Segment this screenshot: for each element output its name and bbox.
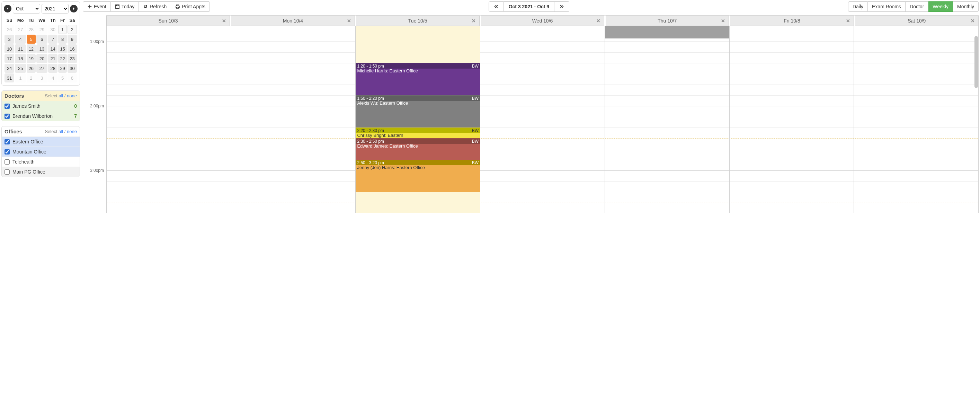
mini-cal-day[interactable]: 15 (58, 44, 67, 53)
mini-cal-day[interactable]: 8 (58, 35, 67, 44)
mini-cal-day[interactable]: 12 (27, 44, 35, 53)
mini-cal-day[interactable]: 26 (5, 25, 14, 34)
view-doctor-button[interactable]: Doctor (905, 2, 928, 12)
next-month-button[interactable] (70, 5, 78, 13)
vertical-scrollbar[interactable] (974, 36, 978, 88)
date-range-button[interactable]: Oct 3 2021 - Oct 9 (504, 2, 555, 12)
view-daily-button[interactable]: Daily (848, 2, 868, 12)
mini-cal-day[interactable]: 31 (5, 73, 14, 83)
mini-cal-day[interactable]: 16 (67, 44, 77, 53)
offices-select-all[interactable]: all (59, 129, 63, 134)
year-select[interactable]: 2021 (41, 4, 69, 13)
mini-cal-day[interactable]: 3 (37, 73, 48, 83)
mini-cal-day[interactable]: 20 (37, 54, 48, 63)
day-column-header[interactable]: Wed 10/6 ✕ (481, 16, 604, 26)
close-day-icon[interactable]: ✕ (472, 18, 476, 24)
mini-cal-day[interactable]: 6 (37, 35, 48, 44)
close-day-icon[interactable]: ✕ (846, 18, 850, 24)
office-checkbox[interactable] (5, 169, 10, 175)
mini-cal-day[interactable]: 19 (27, 54, 35, 63)
doctors-select-all[interactable]: all (59, 93, 63, 98)
mini-cal-day[interactable]: 5 (27, 35, 35, 44)
next-week-button[interactable] (554, 2, 569, 12)
mini-cal-day[interactable]: 29 (58, 64, 67, 73)
mini-cal-day[interactable]: 21 (48, 54, 57, 63)
appointment[interactable]: 1:50 - 2:20 pmBW Alexis Wu: Eastern Offi… (356, 95, 480, 128)
close-day-icon[interactable]: ✕ (970, 18, 975, 24)
day-column-header[interactable]: Sun 10/3 ✕ (106, 16, 230, 26)
doctors-filter-panel: Doctors Select all / none James Smith 0 … (2, 91, 80, 121)
prev-month-button[interactable] (4, 5, 11, 13)
day-column-header[interactable]: Thu 10/7 ✕ (606, 16, 729, 26)
month-select[interactable]: Oct (13, 4, 40, 13)
mini-cal-day[interactable]: 4 (15, 35, 26, 44)
mini-cal-day[interactable]: 2 (67, 25, 77, 34)
mini-cal-day[interactable]: 17 (5, 54, 14, 63)
view-exam-rooms-button[interactable]: Exam Rooms (868, 2, 905, 12)
day-column-header[interactable]: Tue 10/5 ✕ (356, 16, 480, 26)
mini-cal-day[interactable]: 4 (48, 73, 57, 83)
mini-cal-day[interactable]: 6 (67, 73, 77, 83)
mini-cal-day[interactable]: 7 (48, 35, 57, 44)
event-button[interactable]: Event (83, 2, 111, 12)
doctors-select-none[interactable]: none (67, 93, 77, 98)
close-day-icon[interactable]: ✕ (721, 18, 725, 24)
mini-cal-day[interactable]: 27 (15, 25, 26, 34)
appointment[interactable]: 2:30 - 2:50 pmBW Edward James: Eastern O… (356, 138, 480, 160)
mini-cal-day[interactable]: 13 (37, 44, 48, 53)
day-column[interactable]: 1:20 - 1:50 pmBW Michelle Harris: Easter… (355, 26, 480, 213)
mini-cal-day[interactable]: 30 (48, 25, 57, 34)
day-column[interactable] (854, 26, 978, 213)
appointment[interactable]: 2:20 - 2:30 pmBW Chrissy Bright: Eastern (356, 128, 480, 138)
close-day-icon[interactable]: ✕ (596, 18, 600, 24)
mini-cal-day[interactable]: 23 (67, 54, 77, 63)
mini-cal-day[interactable]: 28 (27, 25, 35, 34)
mini-cal-day[interactable]: 3 (5, 35, 14, 44)
view-weekly-button[interactable]: Weekly (928, 2, 953, 12)
mini-cal-day[interactable]: 27 (37, 64, 48, 73)
mini-cal-day[interactable]: 22 (58, 54, 67, 63)
close-day-icon[interactable]: ✕ (347, 18, 351, 24)
office-checkbox[interactable] (5, 139, 10, 145)
office-checkbox[interactable] (5, 159, 10, 164)
doctor-name: Brendan Wilberton (13, 113, 72, 119)
offices-title: Offices (5, 129, 22, 134)
doctor-checkbox[interactable] (5, 114, 10, 119)
weekday-header: Mo (15, 16, 26, 24)
mini-cal-day[interactable]: 2 (27, 73, 35, 83)
offices-select-none[interactable]: none (67, 129, 77, 134)
mini-cal-day[interactable]: 28 (48, 64, 57, 73)
mini-cal-day[interactable]: 10 (5, 44, 14, 53)
mini-cal-day[interactable]: 14 (48, 44, 57, 53)
mini-cal-day[interactable]: 1 (58, 25, 67, 34)
mini-cal-day[interactable]: 5 (58, 73, 67, 83)
mini-cal-day[interactable]: 9 (67, 35, 77, 44)
appointment[interactable]: 1:20 - 1:50 pmBW Michelle Harris: Easter… (356, 63, 480, 95)
day-column[interactable] (729, 26, 854, 213)
day-column[interactable] (106, 26, 231, 213)
day-column[interactable] (231, 26, 356, 213)
mini-cal-day[interactable]: 25 (15, 64, 26, 73)
mini-cal-day[interactable]: 18 (15, 54, 26, 63)
day-column[interactable] (480, 26, 605, 213)
mini-cal-day[interactable]: 29 (37, 25, 48, 34)
day-column-header[interactable]: Sat 10/9 ✕ (855, 16, 978, 26)
mini-cal-day[interactable]: 30 (67, 64, 77, 73)
office-name: Telehealth (13, 159, 77, 164)
print-button[interactable]: Print Appts (171, 2, 210, 12)
mini-cal-day[interactable]: 24 (5, 64, 14, 73)
appointment[interactable]: 2:50 - 3:20 pmBW Jenny (Jen) Harris: Eas… (356, 160, 480, 192)
day-column-header[interactable]: Mon 10/4 ✕ (231, 16, 355, 26)
mini-cal-day[interactable]: 26 (27, 64, 35, 73)
day-column-header[interactable]: Fri 10/8 ✕ (730, 16, 854, 26)
day-column[interactable] (605, 26, 729, 213)
view-monthly-button[interactable]: Monthly (953, 2, 978, 12)
close-day-icon[interactable]: ✕ (222, 18, 226, 24)
office-checkbox[interactable] (5, 149, 10, 155)
today-button[interactable]: Today (111, 2, 139, 12)
prev-week-button[interactable] (488, 2, 504, 12)
mini-cal-day[interactable]: 11 (15, 44, 26, 53)
mini-cal-day[interactable]: 1 (15, 73, 26, 83)
doctor-checkbox[interactable] (5, 104, 10, 109)
refresh-button[interactable]: Refresh (139, 2, 171, 12)
